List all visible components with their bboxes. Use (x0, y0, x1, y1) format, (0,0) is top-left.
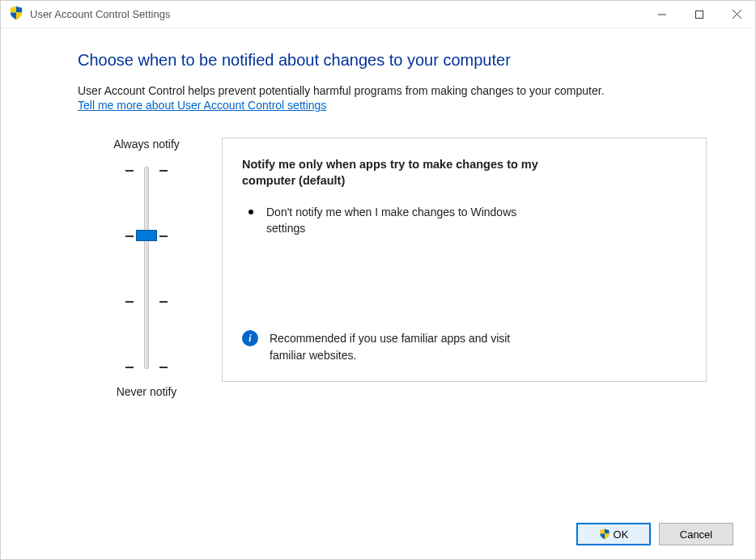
slider-thumb[interactable] (136, 230, 157, 241)
settings-row: Always notify Never notify Notify me onl… (78, 138, 707, 398)
panel-bullet-row: Don't notify me when I make changes to W… (248, 204, 686, 237)
window-title: User Account Control Settings (30, 8, 643, 20)
shield-icon (599, 528, 610, 540)
slider-tick (125, 170, 134, 172)
description-panel: Notify me only when apps try to make cha… (222, 138, 707, 382)
content-area: Choose when to be notified about changes… (1, 28, 755, 398)
maximize-button[interactable] (681, 1, 718, 28)
slider-tick (159, 170, 168, 172)
slider-column: Always notify Never notify (78, 138, 215, 398)
panel-title: Notify me only when apps try to make cha… (242, 156, 550, 189)
info-icon: i (242, 330, 258, 346)
recommendation-row: i Recommended if you use familiar apps a… (242, 330, 686, 363)
slider-tick (159, 301, 168, 303)
slider-label-never: Never notify (78, 385, 215, 398)
ok-button[interactable]: OK (576, 523, 651, 545)
dialog-footer: OK Cancel (576, 523, 733, 545)
slider-tick (125, 367, 134, 368)
cancel-button-label: Cancel (680, 528, 712, 541)
title-bar: User Account Control Settings (1, 1, 755, 28)
slider-tick (125, 235, 134, 237)
slider-label-always: Always notify (78, 138, 215, 151)
cancel-button[interactable]: Cancel (659, 523, 733, 545)
shield-icon (9, 6, 23, 23)
ok-button-label: OK (614, 528, 629, 541)
minimize-button[interactable] (643, 1, 681, 28)
svg-rect-1 (696, 11, 703, 18)
intro-text: User Account Control helps prevent poten… (78, 84, 707, 97)
close-button[interactable] (718, 1, 755, 28)
notification-slider[interactable] (78, 163, 215, 372)
slider-tick (159, 235, 168, 237)
window-controls (643, 1, 755, 28)
slider-tick (125, 301, 134, 303)
slider-tick (159, 367, 168, 368)
recommendation-text: Recommended if you use familiar apps and… (270, 330, 545, 363)
slider-track (144, 167, 149, 369)
learn-more-link[interactable]: Tell me more about User Account Control … (78, 99, 326, 112)
page-heading: Choose when to be notified about changes… (78, 51, 707, 70)
panel-bullet-text: Don't notify me when I make changes to W… (266, 204, 533, 237)
bullet-icon (248, 210, 253, 214)
